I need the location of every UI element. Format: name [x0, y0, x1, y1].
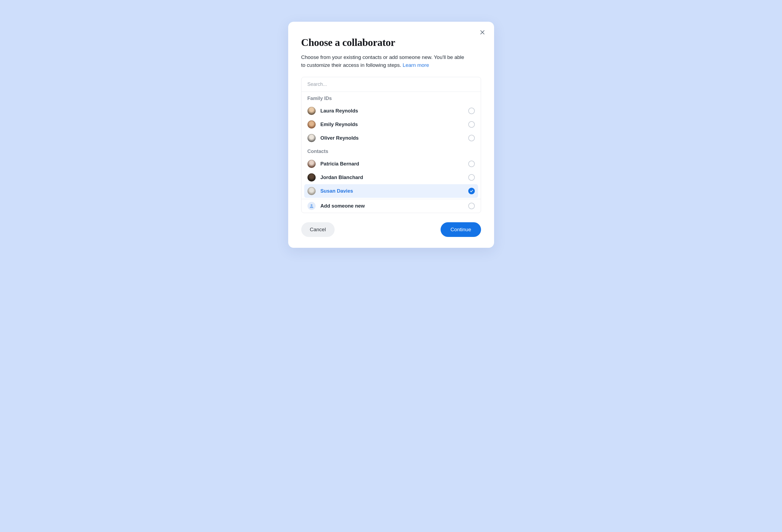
cancel-button[interactable]: Cancel [301, 222, 335, 237]
list-item[interactable]: Laura Reynolds [301, 104, 481, 118]
contact-name: Oliver Reynolds [321, 135, 463, 141]
list-item[interactable]: Patricia Bernard [301, 157, 481, 171]
search-wrap [301, 77, 481, 92]
avatar [308, 134, 316, 142]
list-item[interactable]: Oliver Reynolds [301, 131, 481, 145]
svg-point-2 [311, 204, 312, 206]
list-item[interactable]: Emily Reynolds [301, 118, 481, 131]
radio-checked-icon[interactable] [468, 188, 475, 194]
radio-unchecked-icon[interactable] [468, 174, 475, 181]
subtitle-text: Choose from your existing contacts or ad… [301, 54, 464, 68]
avatar [308, 107, 316, 115]
section-header-contacts: Contacts [301, 145, 481, 157]
contact-name: Susan Davies [321, 188, 463, 194]
contact-name: Jordan Blanchard [321, 174, 463, 180]
close-button[interactable] [478, 28, 487, 37]
collaborator-listbox: Family IDs Laura Reynolds Emily Reynolds… [301, 77, 481, 213]
add-someone-new-row[interactable]: Add someone new [301, 199, 481, 213]
avatar [308, 173, 316, 181]
contact-name: Patricia Bernard [321, 161, 463, 167]
modal-footer: Cancel Continue [301, 222, 481, 237]
learn-more-link[interactable]: Learn more [402, 62, 429, 68]
list-item[interactable]: Jordan Blanchard [301, 171, 481, 184]
avatar [308, 160, 316, 168]
section-header-family: Family IDs [301, 92, 481, 104]
radio-unchecked-icon[interactable] [468, 161, 475, 167]
close-icon [479, 29, 486, 35]
contacts-list: Patricia Bernard Jordan Blanchard Susan … [301, 157, 481, 198]
avatar [308, 187, 316, 195]
add-someone-new-label: Add someone new [321, 203, 463, 209]
radio-unchecked-icon[interactable] [468, 121, 475, 128]
modal-subtitle: Choose from your existing contacts or ad… [301, 53, 470, 69]
continue-button[interactable]: Continue [440, 222, 481, 237]
modal-title: Choose a collaborator [301, 36, 481, 48]
radio-unchecked-icon[interactable] [468, 108, 475, 114]
person-placeholder-icon [308, 202, 316, 210]
family-list: Laura Reynolds Emily Reynolds Oliver Rey… [301, 104, 481, 145]
search-input[interactable] [301, 77, 481, 92]
contact-name: Emily Reynolds [321, 121, 463, 128]
radio-unchecked-icon[interactable] [468, 135, 475, 141]
contact-name: Laura Reynolds [321, 108, 463, 114]
list-item[interactable]: Susan Davies [304, 184, 478, 198]
choose-collaborator-modal: Choose a collaborator Choose from your e… [288, 22, 494, 248]
radio-unchecked-icon[interactable] [468, 203, 475, 209]
avatar [308, 120, 316, 129]
